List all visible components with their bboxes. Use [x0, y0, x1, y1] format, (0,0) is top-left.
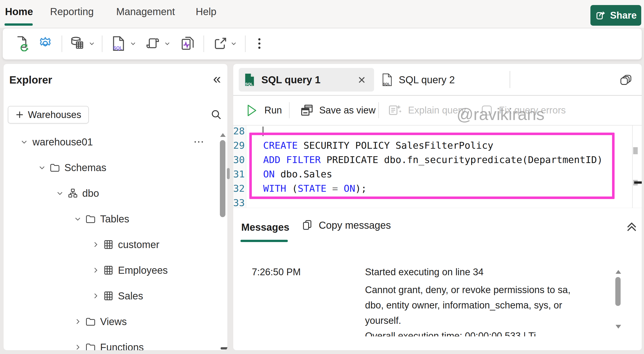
top-menu-bar: Home Reporting Management Help Share	[0, 0, 644, 28]
chevron-right-icon[interactable]	[73, 343, 82, 350]
chevron-right-icon[interactable]	[91, 266, 100, 274]
menu-item-help[interactable]: Help	[196, 6, 216, 17]
tree-item-functions[interactable]: Functions	[4, 334, 228, 350]
collapse-messages-icon[interactable]	[625, 221, 638, 235]
editor-scrollbar[interactable]	[632, 126, 633, 208]
tree-item-schemas[interactable]: Schemas	[4, 155, 228, 180]
chevron-right-icon[interactable]	[73, 318, 82, 325]
run-button[interactable]: Run	[247, 96, 282, 125]
tree-item-customer[interactable]: customer	[4, 232, 228, 257]
run-play-icon	[247, 104, 257, 117]
panel-splitter-handle[interactable]	[227, 168, 230, 179]
new-table-chevron-icon[interactable]	[87, 39, 96, 48]
code-editor[interactable]: 282930313233 CREATE SECURITY POLICY Sale…	[233, 126, 642, 208]
tab-divider	[510, 71, 510, 88]
menu-item-reporting[interactable]: Reporting	[50, 6, 94, 17]
line-number: 32	[233, 181, 246, 196]
messages-scrollbar-thumb[interactable]	[615, 277, 621, 306]
code-line: ADD FILTER PREDICATE dbo.fn_securitypred…	[263, 153, 603, 167]
folder-icon	[85, 342, 96, 350]
code-line: ON dbo.Sales	[263, 167, 332, 181]
new-table-icon[interactable]	[69, 33, 86, 54]
share-icon	[595, 10, 607, 21]
message-row: 7:26:50 PMStarted executing on line 34	[252, 264, 616, 280]
message-text: Started executing on line 34	[365, 264, 484, 280]
folder-icon	[49, 162, 60, 173]
tree-item-label: Sales	[118, 290, 143, 302]
explorer-scroll-up-icon[interactable]	[220, 133, 226, 137]
tree-item-warehouse01[interactable]: warehouse01	[4, 129, 228, 155]
tab-messages[interactable]: Messages	[241, 222, 289, 233]
object-tree: warehouse01SchemasdboTablescustomerEmplo…	[4, 129, 228, 350]
chevron-down-icon[interactable]	[73, 215, 82, 223]
tree-item-employees[interactable]: Employees	[4, 257, 228, 283]
messages-scroll-down-icon[interactable]	[616, 325, 621, 329]
refresh-data-icon[interactable]	[13, 33, 30, 54]
messages-scroll-up-icon[interactable]	[616, 270, 621, 274]
tree-item-dbo[interactable]: dbo	[4, 180, 228, 206]
toolbar-divider	[204, 35, 204, 52]
query-toolbar: Run Save as view	[233, 96, 642, 126]
text-caret	[263, 127, 263, 136]
sql-file-outline-icon: SQL	[382, 73, 393, 86]
tree-item-label: Employees	[118, 265, 168, 276]
code-line: WITH (STATE = ON);	[263, 181, 367, 196]
open-in-icon[interactable]	[212, 33, 229, 54]
message-row: Cannot grant, deny, or revoke permission…	[252, 282, 616, 328]
chevron-right-icon[interactable]	[91, 241, 100, 248]
explorer-title: Explorer	[9, 74, 52, 86]
close-tab-icon[interactable]: ×	[358, 73, 366, 86]
message-row: Overall execution time: 00:00:00.533 | T…	[252, 328, 616, 336]
tab-sql-query-2[interactable]: SQL SQL query 2	[379, 68, 485, 92]
explain-query-button[interactable]: Explain query	[388, 96, 466, 125]
new-sql-query-chevron-icon[interactable]	[129, 39, 138, 48]
line-numbers: 282930313233	[233, 126, 246, 208]
tab-label: SQL query 1	[261, 74, 320, 86]
tab-list-icon[interactable]	[619, 74, 632, 88]
query-insights-icon[interactable]	[178, 33, 196, 54]
explorer-scrollbar-thumb[interactable]	[220, 140, 225, 217]
save-as-view-button[interactable]: Save as view	[300, 96, 376, 125]
explain-query-icon	[388, 103, 402, 117]
new-warehouses-button[interactable]: Warehouses	[8, 106, 89, 124]
editor-scrollbar-thumb[interactable]	[633, 147, 638, 154]
tree-item-tables[interactable]: Tables	[4, 206, 228, 232]
chevron-down-icon[interactable]	[56, 189, 64, 197]
collapse-panel-icon[interactable]: «	[213, 70, 221, 87]
line-number: 29	[233, 138, 246, 153]
more-actions-icon[interactable]	[193, 139, 204, 145]
query-editor-panel: SQL SQL query 1 × SQL SQL query 2	[233, 64, 642, 350]
settings-gear-icon[interactable]	[36, 33, 54, 54]
open-in-chevron-icon[interactable]	[229, 39, 238, 48]
table-icon	[103, 290, 114, 301]
tree-item-label: dbo	[82, 188, 99, 199]
toolbar-divider	[102, 35, 102, 52]
search-icon[interactable]	[211, 109, 222, 121]
copy-messages-label: Copy messages	[319, 220, 391, 231]
menu-item-management[interactable]: Management	[116, 6, 175, 17]
menu-item-home[interactable]: Home	[5, 6, 33, 17]
svg-text:SQL: SQL	[245, 82, 253, 86]
chevron-right-icon[interactable]	[91, 292, 100, 300]
query-toolbar-divider	[378, 102, 379, 118]
message-text: Overall execution time: 00:00:00.533 | T…	[365, 328, 536, 336]
tree-item-label: Functions	[100, 342, 144, 351]
script-templates-chevron-icon[interactable]	[163, 39, 172, 48]
tab-sql-query-1[interactable]: SQL SQL query 1 ×	[239, 68, 374, 92]
script-templates-icon[interactable]	[144, 33, 162, 54]
messages-active-underline	[240, 240, 288, 242]
tree-item-sales[interactable]: Sales	[4, 283, 228, 309]
share-button[interactable]: Share	[590, 5, 641, 26]
tree-item-views[interactable]: Views	[4, 309, 228, 334]
active-menu-underline	[5, 23, 33, 26]
more-options-icon[interactable]	[253, 33, 266, 54]
save-as-view-icon	[300, 104, 314, 117]
line-number: 30	[233, 153, 246, 167]
new-sql-query-icon[interactable]: SQL	[109, 33, 127, 54]
chevron-down-icon[interactable]	[20, 138, 28, 146]
watermark: @ravikirans	[457, 105, 544, 124]
chevron-down-icon[interactable]	[38, 164, 46, 171]
explorer-scroll-bottom-handle[interactable]	[221, 347, 228, 349]
table-icon	[103, 265, 114, 276]
copy-messages-button[interactable]: Copy messages	[302, 219, 391, 231]
